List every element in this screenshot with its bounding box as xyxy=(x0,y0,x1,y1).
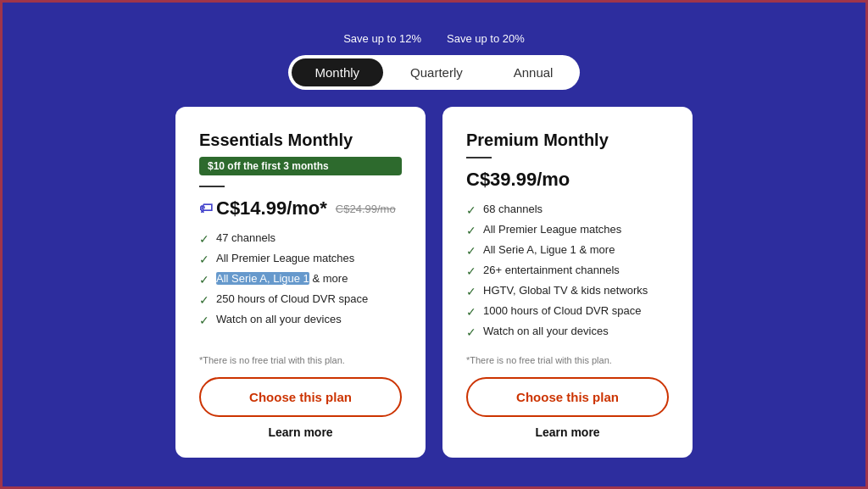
premium-feature-4: ✓26+ entertainment channels xyxy=(466,264,669,278)
premium-feature-3: ✓All Serie A, Ligue 1 & more xyxy=(466,243,669,258)
premium-divider xyxy=(466,157,492,158)
essentials-divider xyxy=(199,186,225,187)
main-container: Save up to 12% Save up to 20% Monthly Qu… xyxy=(3,24,865,466)
check-icon: ✓ xyxy=(466,224,476,237)
premium-feature-2: ✓All Premier League matches xyxy=(466,223,669,237)
check-icon: ✓ xyxy=(199,273,209,286)
premium-feature-1: ✓68 channels xyxy=(466,203,669,217)
premium-features: ✓68 channels ✓All Premier League matches… xyxy=(466,203,669,345)
premium-price-row: C$39.99/mo xyxy=(466,169,669,191)
essentials-feature-5: ✓Watch on all your devices xyxy=(199,313,402,327)
essentials-no-trial: *There is no free trial with this plan. xyxy=(199,355,402,365)
premium-feature-7: ✓Watch on all your devices xyxy=(466,325,669,339)
quarterly-savings: Save up to 12% xyxy=(343,32,421,45)
essentials-plan-title: Essentials Monthly xyxy=(199,131,402,150)
premium-feature-6: ✓1000 hours of Cloud DVR space xyxy=(466,304,669,319)
check-icon: ✓ xyxy=(199,253,209,266)
essentials-original-price: C$24.99/mo xyxy=(336,203,396,215)
annual-savings: Save up to 20% xyxy=(447,32,525,45)
check-icon: ✓ xyxy=(199,314,209,327)
billing-period-tabs: Monthly Quarterly Annual xyxy=(288,55,581,90)
plans-row: Essentials Monthly $10 off the first 3 m… xyxy=(175,107,693,458)
essentials-feature-2: ✓All Premier League matches xyxy=(199,252,402,266)
essentials-feature-4: ✓250 hours of Cloud DVR space xyxy=(199,292,402,307)
check-icon: ✓ xyxy=(199,232,209,246)
premium-learn-more[interactable]: Learn more xyxy=(466,425,669,439)
tab-quarterly[interactable]: Quarterly xyxy=(387,58,487,86)
premium-no-trial: *There is no free trial with this plan. xyxy=(466,355,669,365)
essentials-features: ✓47 channels ✓All Premier League matches… xyxy=(199,231,402,345)
essentials-price: 🏷 C$14.99/mo* xyxy=(199,197,327,219)
savings-bar: Save up to 12% Save up to 20% xyxy=(343,32,525,45)
tab-monthly[interactable]: Monthly xyxy=(292,58,384,86)
check-icon: ✓ xyxy=(466,305,476,319)
premium-price: C$39.99/mo xyxy=(466,169,570,191)
premium-plan-card: Premium Monthly C$39.99/mo ✓68 channels … xyxy=(442,107,693,458)
tab-annual[interactable]: Annual xyxy=(490,58,577,86)
check-icon: ✓ xyxy=(466,203,476,217)
premium-plan-title: Premium Monthly xyxy=(466,131,669,150)
essentials-choose-button[interactable]: Choose this plan xyxy=(199,377,402,417)
essentials-feature-3: ✓All Serie A, Ligue 1 & more xyxy=(199,272,402,286)
check-icon: ✓ xyxy=(466,264,476,278)
check-icon: ✓ xyxy=(466,325,476,339)
check-icon: ✓ xyxy=(466,285,476,298)
check-icon: ✓ xyxy=(199,293,209,307)
essentials-plan-card: Essentials Monthly $10 off the first 3 m… xyxy=(175,107,426,458)
essentials-learn-more[interactable]: Learn more xyxy=(199,425,402,439)
premium-feature-5: ✓HGTV, Global TV & kids networks xyxy=(466,284,669,298)
essentials-promo-badge: $10 off the first 3 months xyxy=(199,157,402,175)
check-icon: ✓ xyxy=(466,244,476,258)
premium-choose-button[interactable]: Choose this plan xyxy=(466,377,669,417)
essentials-price-row: 🏷 C$14.99/mo* C$24.99/mo xyxy=(199,197,402,219)
essentials-feature-1: ✓47 channels xyxy=(199,231,402,246)
essentials-price-icon: 🏷 xyxy=(199,201,213,216)
